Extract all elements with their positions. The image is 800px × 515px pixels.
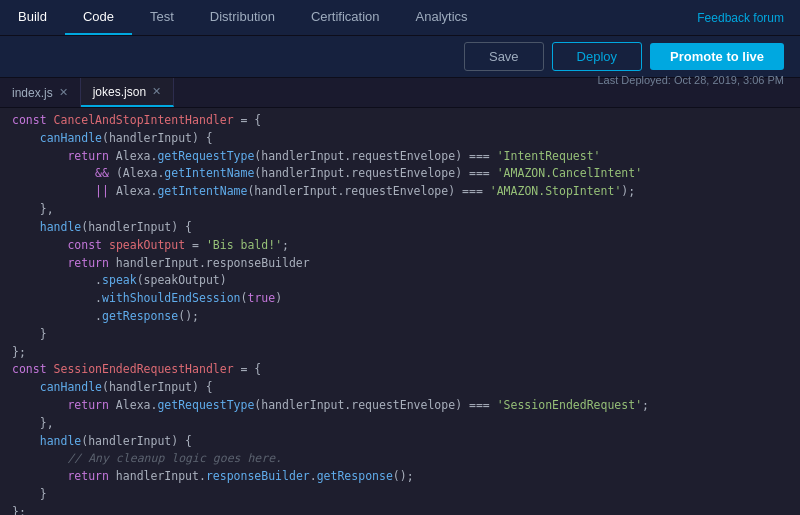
deploy-info: Last Deployed: Oct 28, 2019, 3:06 PM (597, 72, 784, 86)
close-jokes-icon[interactable]: ✕ (152, 85, 161, 98)
nav-tab-distribution[interactable]: Distribution (192, 0, 293, 35)
nav-tab-code[interactable]: Code (65, 0, 132, 35)
deploy-button[interactable]: Deploy (552, 42, 642, 71)
code-content[interactable]: const CancelAndStopIntentHandler = { can… (0, 108, 800, 515)
nav-tab-test[interactable]: Test (132, 0, 192, 35)
file-tab-jokes-label: jokes.json (93, 85, 146, 99)
file-tab-index[interactable]: index.js ✕ (0, 78, 81, 107)
code-editor: const CancelAndStopIntentHandler = { can… (0, 108, 800, 515)
top-nav: Build Code Test Distribution Certificati… (0, 0, 800, 36)
close-index-icon[interactable]: ✕ (59, 86, 68, 99)
nav-tab-certification[interactable]: Certification (293, 0, 398, 35)
nav-tab-build[interactable]: Build (0, 0, 65, 35)
save-button[interactable]: Save (464, 42, 544, 71)
feedback-link[interactable]: Feedback forum (681, 11, 800, 25)
file-tab-index-label: index.js (12, 86, 53, 100)
file-tab-jokes[interactable]: jokes.json ✕ (81, 78, 174, 107)
nav-tab-analytics[interactable]: Analytics (398, 0, 486, 35)
action-bar: Save Deploy Promote to live Last Deploye… (0, 36, 800, 78)
promote-button[interactable]: Promote to live (650, 43, 784, 70)
